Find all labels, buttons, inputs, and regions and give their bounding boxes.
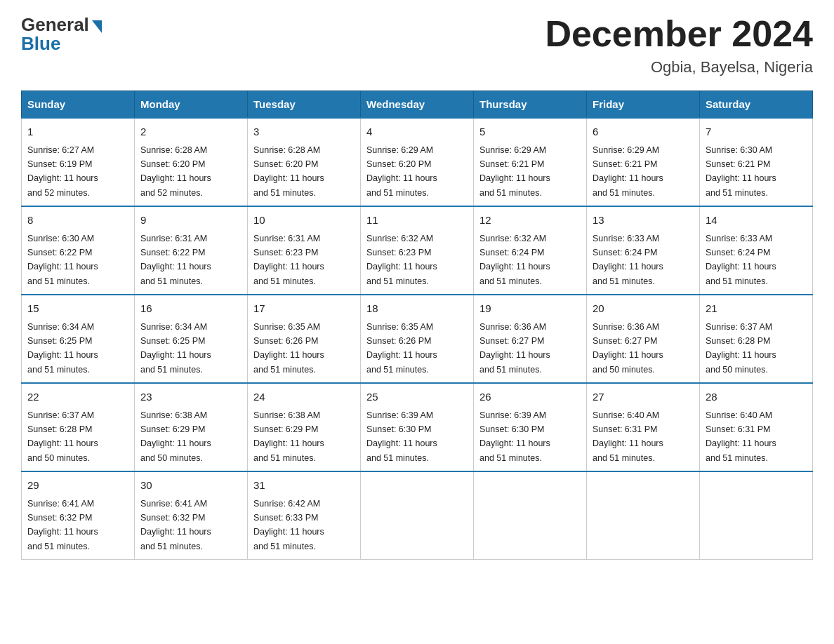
day-info: Sunrise: 6:32 AMSunset: 6:24 PMDaylight:… bbox=[479, 234, 550, 286]
day-number: 22 bbox=[27, 389, 128, 405]
day-number: 23 bbox=[140, 389, 241, 405]
day-info: Sunrise: 6:41 AMSunset: 6:32 PMDaylight:… bbox=[27, 499, 98, 551]
day-info: Sunrise: 6:34 AMSunset: 6:25 PMDaylight:… bbox=[27, 322, 98, 375]
header-friday: Friday bbox=[587, 91, 700, 119]
calendar-cell: 29Sunrise: 6:41 AMSunset: 6:32 PMDayligh… bbox=[22, 471, 135, 560]
day-info: Sunrise: 6:40 AMSunset: 6:31 PMDaylight:… bbox=[706, 410, 776, 463]
calendar-cell: 3Sunrise: 6:28 AMSunset: 6:20 PMDaylight… bbox=[248, 118, 361, 206]
day-number: 6 bbox=[593, 124, 694, 140]
calendar-cell: 22Sunrise: 6:37 AMSunset: 6:28 PMDayligh… bbox=[22, 383, 135, 471]
day-number: 14 bbox=[706, 213, 807, 229]
day-info: Sunrise: 6:36 AMSunset: 6:27 PMDaylight:… bbox=[593, 322, 663, 375]
header-saturday: Saturday bbox=[700, 91, 813, 119]
day-info: Sunrise: 6:29 AMSunset: 6:21 PMDaylight:… bbox=[593, 145, 663, 198]
day-info: Sunrise: 6:29 AMSunset: 6:21 PMDaylight:… bbox=[479, 145, 550, 198]
day-number: 3 bbox=[253, 124, 355, 140]
calendar-cell: 8Sunrise: 6:30 AMSunset: 6:22 PMDaylight… bbox=[22, 206, 135, 295]
day-number: 12 bbox=[479, 213, 581, 229]
calendar-cell bbox=[587, 471, 700, 560]
day-info: Sunrise: 6:37 AMSunset: 6:28 PMDaylight:… bbox=[706, 322, 776, 375]
day-number: 20 bbox=[593, 301, 694, 317]
day-info: Sunrise: 6:29 AMSunset: 6:20 PMDaylight:… bbox=[366, 145, 437, 198]
calendar-cell: 25Sunrise: 6:39 AMSunset: 6:30 PMDayligh… bbox=[361, 383, 474, 471]
calendar-cell bbox=[700, 471, 813, 560]
day-info: Sunrise: 6:31 AMSunset: 6:23 PMDaylight:… bbox=[253, 234, 324, 286]
day-number: 25 bbox=[366, 389, 468, 405]
logo: General Blue bbox=[21, 14, 102, 55]
day-number: 10 bbox=[253, 213, 355, 229]
day-info: Sunrise: 6:39 AMSunset: 6:30 PMDaylight:… bbox=[366, 410, 437, 463]
calendar-cell: 17Sunrise: 6:35 AMSunset: 6:26 PMDayligh… bbox=[248, 295, 361, 383]
calendar-week-4: 22Sunrise: 6:37 AMSunset: 6:28 PMDayligh… bbox=[22, 383, 813, 471]
calendar-cell bbox=[361, 471, 474, 560]
header-tuesday: Tuesday bbox=[248, 91, 361, 119]
day-info: Sunrise: 6:36 AMSunset: 6:27 PMDaylight:… bbox=[479, 322, 550, 375]
day-number: 7 bbox=[706, 124, 807, 140]
day-number: 21 bbox=[706, 301, 807, 317]
calendar-cell: 27Sunrise: 6:40 AMSunset: 6:31 PMDayligh… bbox=[587, 383, 700, 471]
day-info: Sunrise: 6:33 AMSunset: 6:24 PMDaylight:… bbox=[593, 234, 663, 286]
day-number: 15 bbox=[27, 301, 128, 317]
header-wednesday: Wednesday bbox=[361, 91, 474, 119]
day-number: 30 bbox=[140, 478, 241, 494]
calendar-cell: 9Sunrise: 6:31 AMSunset: 6:22 PMDaylight… bbox=[135, 206, 248, 295]
day-number: 2 bbox=[140, 124, 241, 140]
calendar-cell: 14Sunrise: 6:33 AMSunset: 6:24 PMDayligh… bbox=[700, 206, 813, 295]
day-number: 19 bbox=[479, 301, 581, 317]
page-subtitle: Ogbia, Bayelsa, Nigeria bbox=[545, 58, 813, 76]
calendar-cell: 6Sunrise: 6:29 AMSunset: 6:21 PMDaylight… bbox=[587, 118, 700, 206]
day-number: 27 bbox=[593, 389, 694, 405]
day-number: 5 bbox=[479, 124, 581, 140]
header-thursday: Thursday bbox=[474, 91, 587, 119]
day-info: Sunrise: 6:30 AMSunset: 6:21 PMDaylight:… bbox=[706, 145, 776, 198]
day-info: Sunrise: 6:28 AMSunset: 6:20 PMDaylight:… bbox=[140, 145, 211, 198]
day-number: 1 bbox=[27, 124, 128, 140]
day-number: 28 bbox=[706, 389, 807, 405]
day-info: Sunrise: 6:35 AMSunset: 6:26 PMDaylight:… bbox=[253, 322, 324, 375]
day-info: Sunrise: 6:32 AMSunset: 6:23 PMDaylight:… bbox=[366, 234, 437, 286]
calendar-cell: 1Sunrise: 6:27 AMSunset: 6:19 PMDaylight… bbox=[22, 118, 135, 206]
calendar-cell: 26Sunrise: 6:39 AMSunset: 6:30 PMDayligh… bbox=[474, 383, 587, 471]
day-info: Sunrise: 6:28 AMSunset: 6:20 PMDaylight:… bbox=[253, 145, 324, 198]
calendar-table: SundayMondayTuesdayWednesdayThursdayFrid… bbox=[21, 90, 813, 560]
day-info: Sunrise: 6:38 AMSunset: 6:29 PMDaylight:… bbox=[140, 410, 211, 463]
logo-blue-text: Blue bbox=[21, 33, 60, 55]
day-info: Sunrise: 6:39 AMSunset: 6:30 PMDaylight:… bbox=[479, 410, 550, 463]
day-info: Sunrise: 6:33 AMSunset: 6:24 PMDaylight:… bbox=[706, 234, 776, 286]
header-sunday: Sunday bbox=[22, 91, 135, 119]
day-info: Sunrise: 6:34 AMSunset: 6:25 PMDaylight:… bbox=[140, 322, 211, 375]
day-number: 24 bbox=[253, 389, 355, 405]
calendar-cell: 30Sunrise: 6:41 AMSunset: 6:32 PMDayligh… bbox=[135, 471, 248, 560]
calendar-cell: 23Sunrise: 6:38 AMSunset: 6:29 PMDayligh… bbox=[135, 383, 248, 471]
day-number: 13 bbox=[593, 213, 694, 229]
calendar-cell: 13Sunrise: 6:33 AMSunset: 6:24 PMDayligh… bbox=[587, 206, 700, 295]
calendar-cell: 7Sunrise: 6:30 AMSunset: 6:21 PMDaylight… bbox=[700, 118, 813, 206]
day-info: Sunrise: 6:41 AMSunset: 6:32 PMDaylight:… bbox=[140, 499, 211, 551]
day-number: 31 bbox=[253, 478, 355, 494]
day-number: 17 bbox=[253, 301, 355, 317]
title-section: December 2024 Ogbia, Bayelsa, Nigeria bbox=[545, 14, 813, 76]
logo-triangle-icon bbox=[92, 20, 102, 33]
calendar-cell: 18Sunrise: 6:35 AMSunset: 6:26 PMDayligh… bbox=[361, 295, 474, 383]
day-number: 26 bbox=[479, 389, 581, 405]
day-number: 18 bbox=[366, 301, 468, 317]
calendar-cell: 5Sunrise: 6:29 AMSunset: 6:21 PMDaylight… bbox=[474, 118, 587, 206]
day-info: Sunrise: 6:30 AMSunset: 6:22 PMDaylight:… bbox=[27, 234, 98, 286]
day-number: 8 bbox=[27, 213, 128, 229]
page-header: General Blue December 2024 Ogbia, Bayels… bbox=[21, 14, 813, 76]
day-info: Sunrise: 6:35 AMSunset: 6:26 PMDaylight:… bbox=[366, 322, 437, 375]
day-number: 29 bbox=[27, 478, 128, 494]
calendar-cell: 16Sunrise: 6:34 AMSunset: 6:25 PMDayligh… bbox=[135, 295, 248, 383]
calendar-week-3: 15Sunrise: 6:34 AMSunset: 6:25 PMDayligh… bbox=[22, 295, 813, 383]
calendar-cell: 21Sunrise: 6:37 AMSunset: 6:28 PMDayligh… bbox=[700, 295, 813, 383]
calendar-cell: 20Sunrise: 6:36 AMSunset: 6:27 PMDayligh… bbox=[587, 295, 700, 383]
calendar-week-5: 29Sunrise: 6:41 AMSunset: 6:32 PMDayligh… bbox=[22, 471, 813, 560]
calendar-cell: 28Sunrise: 6:40 AMSunset: 6:31 PMDayligh… bbox=[700, 383, 813, 471]
calendar-cell: 4Sunrise: 6:29 AMSunset: 6:20 PMDaylight… bbox=[361, 118, 474, 206]
day-info: Sunrise: 6:37 AMSunset: 6:28 PMDaylight:… bbox=[27, 410, 98, 463]
calendar-cell: 15Sunrise: 6:34 AMSunset: 6:25 PMDayligh… bbox=[22, 295, 135, 383]
calendar-week-1: 1Sunrise: 6:27 AMSunset: 6:19 PMDaylight… bbox=[22, 118, 813, 206]
day-info: Sunrise: 6:38 AMSunset: 6:29 PMDaylight:… bbox=[253, 410, 324, 463]
calendar-cell: 12Sunrise: 6:32 AMSunset: 6:24 PMDayligh… bbox=[474, 206, 587, 295]
calendar-cell: 24Sunrise: 6:38 AMSunset: 6:29 PMDayligh… bbox=[248, 383, 361, 471]
